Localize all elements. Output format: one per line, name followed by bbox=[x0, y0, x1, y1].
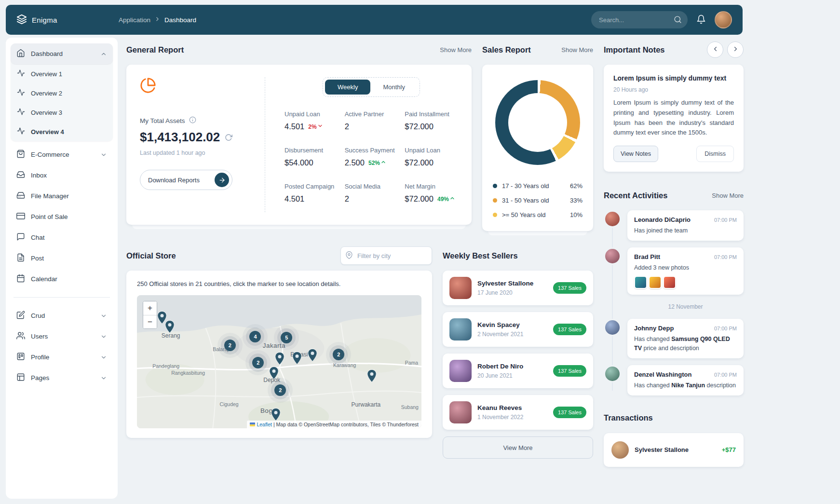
map-cluster-marker[interactable]: 5 bbox=[281, 332, 292, 343]
photo-thumbnail[interactable] bbox=[634, 276, 647, 289]
map-cluster-marker[interactable]: 2 bbox=[333, 349, 344, 360]
sales-report-show-more[interactable]: Show More bbox=[561, 46, 593, 54]
legend-item: 17 - 30 Years old 62% bbox=[493, 182, 583, 190]
legend-item: 31 - 50 Years old 33% bbox=[493, 197, 583, 204]
trend-chip[interactable]: 2% bbox=[308, 123, 323, 130]
leaflet-link[interactable]: Leaflet bbox=[257, 422, 272, 427]
sidebar-item-overview-4[interactable]: Overview 4 bbox=[11, 122, 113, 141]
notes-prev-button[interactable] bbox=[707, 41, 723, 58]
tab-monthly[interactable]: Monthly bbox=[370, 80, 418, 95]
brand[interactable]: Enigma bbox=[16, 14, 119, 26]
sales-count-badge: 137 Sales bbox=[553, 365, 586, 377]
sidebar-item-overview-1[interactable]: Overview 1 bbox=[11, 64, 113, 83]
topbar: Enigma Application Dashboard bbox=[6, 5, 743, 35]
seller-card[interactable]: Robert De Niro 20 June 2021 137 Sales bbox=[443, 354, 593, 388]
photo-thumbnail[interactable] bbox=[663, 276, 676, 289]
home-icon bbox=[16, 49, 25, 59]
important-notes-title: Important Notes bbox=[604, 45, 665, 54]
search-input[interactable] bbox=[591, 11, 688, 28]
map-cluster-marker[interactable]: 4 bbox=[249, 331, 261, 342]
sidebar-item-post[interactable]: Post bbox=[11, 248, 113, 269]
sidebar-item-calendar[interactable]: Calendar bbox=[11, 269, 113, 289]
map-city-label: Rangkasbitung bbox=[171, 370, 205, 376]
sidebar-item-pages[interactable]: Pages bbox=[11, 368, 113, 388]
zoom-out-button[interactable]: − bbox=[143, 315, 157, 328]
map-zoom-control: + − bbox=[143, 301, 157, 329]
arrow-right-icon bbox=[215, 173, 229, 187]
legend-item: >= 50 Years old 10% bbox=[493, 211, 583, 218]
trend-chip[interactable]: 49% bbox=[437, 195, 455, 203]
trend-chip[interactable]: 52% bbox=[368, 159, 386, 166]
map-pin-marker[interactable] bbox=[366, 369, 377, 383]
chevron-down-icon bbox=[317, 123, 323, 130]
calendar-icon bbox=[16, 274, 25, 284]
avatar[interactable] bbox=[604, 210, 621, 228]
map-city-label: Subang bbox=[401, 404, 419, 410]
transaction-row[interactable]: Sylvester Stallone +$77 bbox=[611, 435, 736, 465]
map-pin-marker[interactable] bbox=[274, 352, 285, 366]
map-cluster-marker[interactable]: 2 bbox=[274, 384, 286, 396]
refresh-icon[interactable] bbox=[225, 130, 232, 145]
chevron-down-icon bbox=[100, 313, 107, 319]
map-pin-marker[interactable] bbox=[292, 351, 302, 365]
info-icon[interactable] bbox=[189, 116, 196, 125]
avatar bbox=[449, 401, 472, 423]
sidebar-item-chat[interactable]: Chat bbox=[11, 227, 113, 248]
view-notes-button[interactable]: View Notes bbox=[613, 146, 658, 162]
activities-show-more[interactable]: Show More bbox=[712, 192, 744, 199]
user-avatar[interactable] bbox=[715, 11, 732, 28]
map-pin-marker[interactable] bbox=[271, 408, 281, 422]
map-pin-marker[interactable] bbox=[165, 320, 175, 334]
activity-card[interactable]: Denzel Washington 07:00 PM Has changed N… bbox=[627, 365, 744, 395]
map-pin-marker[interactable] bbox=[269, 366, 279, 380]
notifications-button[interactable] bbox=[696, 14, 706, 26]
breadcrumb-section[interactable]: Application bbox=[119, 16, 150, 24]
stat-disbursement: Disbursement $54.000 bbox=[285, 147, 338, 167]
map-city-label: Karawang bbox=[333, 362, 356, 368]
dismiss-button[interactable]: Dismiss bbox=[696, 146, 734, 162]
activity-card[interactable]: Johnny Depp 07:00 PM Has changed Samsung… bbox=[627, 319, 744, 358]
map-cluster-marker[interactable]: 2 bbox=[224, 340, 236, 351]
sidebar-item-file-manager[interactable]: File Manager bbox=[11, 186, 113, 206]
message-square-icon bbox=[16, 232, 25, 243]
avatar[interactable] bbox=[604, 247, 621, 265]
activity-card[interactable]: Brad Pitt 07:00 PM Added 3 new photos bbox=[627, 247, 744, 295]
city-filter-input[interactable] bbox=[340, 246, 432, 265]
avatar[interactable] bbox=[604, 365, 621, 382]
seller-card[interactable]: Keanu Reeves 1 November 2022 137 Sales bbox=[443, 395, 593, 430]
general-report-card: My Total Assets $1,413,102.02 bbox=[126, 65, 472, 225]
activity-card[interactable]: Leonardo DiCaprio 07:00 PM Has joined th… bbox=[627, 210, 744, 241]
note-card: Lorem Ipsum is simply dummy text 20 Hour… bbox=[604, 65, 744, 172]
zoom-in-button[interactable]: + bbox=[143, 301, 157, 315]
store-map[interactable]: + − Leaflet | Map data © OpenStreetMap c… bbox=[137, 295, 421, 428]
tab-weekly[interactable]: Weekly bbox=[325, 80, 370, 95]
sidebar-item-overview-3[interactable]: Overview 3 bbox=[11, 103, 113, 122]
seller-card[interactable]: Kevin Spacey 2 November 2021 137 Sales bbox=[443, 312, 593, 347]
breadcrumb: Application Dashboard bbox=[119, 16, 196, 24]
ukraine-flag-icon bbox=[250, 422, 255, 426]
notes-next-button[interactable] bbox=[727, 41, 744, 58]
activity-icon bbox=[17, 108, 25, 117]
map-pin-marker[interactable] bbox=[308, 348, 318, 362]
sidebar-item-inbox[interactable]: Inbox bbox=[11, 165, 113, 186]
sidebar-item-profile[interactable]: Profile bbox=[11, 347, 113, 368]
photo-thumbnail[interactable] bbox=[649, 276, 662, 289]
sidebar-item-users[interactable]: Users bbox=[11, 326, 113, 347]
sales-report-section: Sales Report Show More 17 - 30 Years old… bbox=[482, 40, 593, 231]
sidebar-item-crud[interactable]: Crud bbox=[11, 305, 113, 326]
sidebar-item-label: Overview 2 bbox=[31, 90, 62, 97]
download-reports-button[interactable]: Download Reports bbox=[140, 170, 232, 190]
sidebar-item-dashboard[interactable]: Dashboard bbox=[11, 43, 113, 64]
general-report-show-more[interactable]: Show More bbox=[440, 46, 472, 54]
sidebar-item-e-commerce[interactable]: E-Commerce bbox=[11, 144, 113, 165]
sidebar-item-overview-2[interactable]: Overview 2 bbox=[11, 83, 113, 103]
map-cluster-marker[interactable]: 2 bbox=[252, 357, 264, 368]
avatar[interactable] bbox=[604, 319, 621, 336]
view-more-button[interactable]: View More bbox=[443, 436, 593, 459]
seller-card[interactable]: Sylvester Stallone 17 June 2020 137 Sale… bbox=[443, 271, 593, 305]
transaction-amount: +$77 bbox=[722, 446, 736, 453]
breadcrumb-page[interactable]: Dashboard bbox=[164, 16, 196, 24]
hard-drive-icon bbox=[16, 191, 25, 201]
important-notes-section: Important Notes Lorem Ipsum is simply du… bbox=[604, 40, 744, 172]
sidebar-item-point-of-sale[interactable]: Point of Sale bbox=[11, 206, 113, 227]
